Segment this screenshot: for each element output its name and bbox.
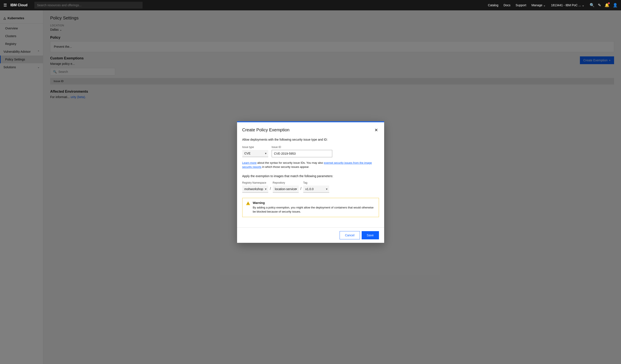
menu-icon[interactable]: ☰ xyxy=(3,3,7,8)
account-label: 1813441 - IBM PoC ... xyxy=(551,3,581,7)
search-input[interactable] xyxy=(34,2,142,9)
repository-select[interactable]: location-serviceall xyxy=(273,186,299,193)
tag-select-wrapper[interactable]: v1.0.0latest xyxy=(303,186,329,193)
notification-badge xyxy=(608,2,610,4)
user-icon[interactable]: 👤 xyxy=(613,3,618,8)
tag-label: Tag xyxy=(303,181,329,184)
warning-box: ! Warning By adding a policy exemption, … xyxy=(242,198,379,217)
bell-icon[interactable]: 🔔 xyxy=(604,3,609,8)
warning-title: Warning xyxy=(253,201,375,205)
issue-id-label: Issue ID xyxy=(272,146,332,149)
brand-name: IBM Cloud xyxy=(10,3,27,7)
manage-dropdown[interactable]: Manage ⌄ xyxy=(532,3,546,7)
modal-header: Create Policy Exemption ✕ xyxy=(237,122,384,133)
info-text-after: in which those security issues appear. xyxy=(262,165,309,169)
registry-namespace-select-wrapper[interactable]: mohworkshopdefault xyxy=(242,186,268,193)
warning-icon: ! xyxy=(246,201,250,206)
registry-namespace-group: Registry Namespace mohworkshopdefault xyxy=(242,181,268,193)
repository-group: Repository location-serviceall xyxy=(273,181,299,193)
account-dropdown[interactable]: 1813441 - IBM PoC ... ⌄ xyxy=(551,3,585,7)
search-bar[interactable] xyxy=(34,2,142,9)
top-navigation: ☰ IBM Cloud Catalog Docs Support Manage … xyxy=(0,0,621,10)
top-nav-icon-group: 🔍 ✎ 🔔 👤 xyxy=(590,3,618,8)
params-subtitle: Apply the exemption to images that match… xyxy=(242,174,379,178)
manage-label: Manage xyxy=(532,3,542,7)
modal-title: Create Policy Exemption xyxy=(242,127,290,132)
slash-divider-2: / xyxy=(300,186,302,193)
search-icon[interactable]: 🔍 xyxy=(590,3,594,8)
modal-footer: Cancel Save xyxy=(237,227,384,243)
repository-select-wrapper[interactable]: location-serviceall xyxy=(273,186,299,193)
issue-type-group: Issue type CVEConfiguration xyxy=(242,146,268,157)
issue-type-select[interactable]: CVEConfiguration xyxy=(242,150,268,157)
save-button[interactable]: Save xyxy=(362,231,379,239)
issue-type-select-wrapper[interactable]: CVEConfiguration xyxy=(242,150,268,157)
registry-namespace-select[interactable]: mohworkshopdefault xyxy=(242,186,268,193)
edit-icon[interactable]: ✎ xyxy=(598,3,601,8)
tag-select[interactable]: v1.0.0latest xyxy=(303,186,329,193)
warning-text: By adding a policy exemption, you might … xyxy=(253,206,375,214)
info-text-middle: about the syntax for security issue IDs.… xyxy=(258,161,324,164)
slash-divider-1: / xyxy=(270,186,271,193)
warning-content: Warning By adding a policy exemption, yo… xyxy=(253,201,375,214)
chevron-down-icon: ⌄ xyxy=(582,3,585,7)
modal-info-text: Learn more about the syntax for security… xyxy=(242,161,379,169)
registry-namespace-label: Registry Namespace xyxy=(242,181,268,184)
svg-text:!: ! xyxy=(247,202,248,205)
nav-links: Catalog Docs Support Manage ⌄ 1813441 - … xyxy=(488,3,618,8)
chevron-down-icon: ⌄ xyxy=(543,3,546,7)
tag-group: Tag v1.0.0latest xyxy=(303,181,329,193)
modal-subtitle: Allow deployments with the following sec… xyxy=(242,138,379,141)
support-link[interactable]: Support xyxy=(516,3,526,7)
issue-type-label: Issue type xyxy=(242,146,268,149)
create-policy-exemption-modal: Create Policy Exemption ✕ Allow deployme… xyxy=(237,121,384,243)
learn-more-link[interactable]: Learn more xyxy=(242,161,257,164)
issue-form-row: Issue type CVEConfiguration Issue ID xyxy=(242,146,379,157)
modal-close-button[interactable]: ✕ xyxy=(374,127,379,133)
catalog-link[interactable]: Catalog xyxy=(488,3,498,7)
issue-id-group: Issue ID xyxy=(272,146,332,157)
docs-link[interactable]: Docs xyxy=(503,3,510,7)
cancel-button[interactable]: Cancel xyxy=(340,231,360,239)
modal-body: Allow deployments with the following sec… xyxy=(237,133,384,227)
issue-id-input[interactable] xyxy=(272,150,332,157)
repository-label: Repository xyxy=(273,181,299,184)
params-row: Registry Namespace mohworkshopdefault / … xyxy=(242,181,379,193)
